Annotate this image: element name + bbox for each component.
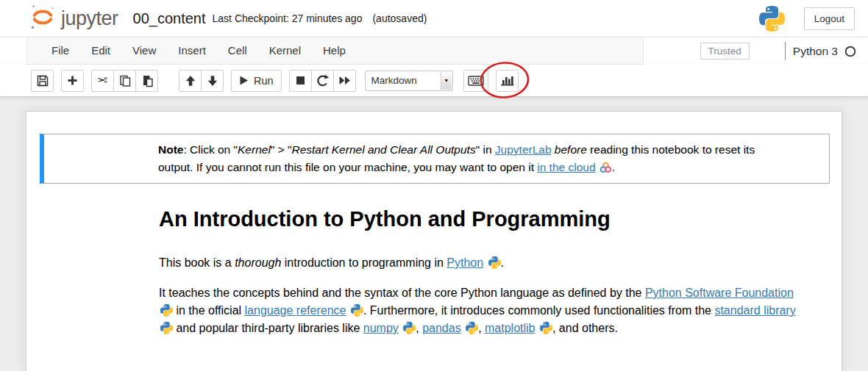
play-icon — [239, 75, 249, 86]
run-cell-button[interactable]: Run — [231, 70, 282, 92]
kernel-name: Python 3 — [793, 45, 838, 58]
python-icon — [488, 256, 501, 269]
insert-cell-below-button[interactable] — [61, 70, 84, 92]
notebook-toolbar: ✂ — [0, 65, 868, 97]
arrow-up-icon — [184, 74, 197, 87]
details-paragraph: It teaches the concepts behind and the s… — [159, 284, 825, 337]
inline-link[interactable]: matplotlib — [485, 322, 535, 334]
nbextension-chart-button[interactable] — [496, 70, 519, 92]
plus-icon — [66, 74, 79, 87]
jupyter-logo[interactable]: jupyter — [29, 3, 118, 34]
menu-edit[interactable]: Edit — [80, 37, 121, 64]
kernel-divider — [785, 42, 786, 60]
save-button[interactable] — [31, 70, 54, 92]
python-icon — [466, 322, 478, 334]
move-cell-down-button[interactable] — [201, 70, 224, 92]
checkpoint-status: Last Checkpoint: 27 minutes ago — [213, 12, 363, 24]
move-cell-up-button[interactable] — [179, 70, 202, 92]
inline-link[interactable]: standard library — [714, 304, 795, 317]
notebook-status-area: Trusted Python 3 — [700, 37, 856, 65]
inline-link[interactable]: Python Software Foundation — [645, 287, 794, 299]
bar-chart-icon — [500, 74, 514, 87]
arrow-down-icon — [206, 74, 219, 87]
header-right: Logout — [759, 6, 868, 32]
scissors-icon: ✂ — [97, 74, 107, 87]
page-title: An Introduction to Python and Programmin… — [159, 207, 825, 231]
menu-view[interactable]: View — [121, 37, 167, 64]
cut-cell-button[interactable]: ✂ — [91, 70, 114, 92]
jupyter-notebook-app: jupyter 00_content Last Checkpoint: 27 m… — [0, 0, 868, 371]
kernel-idle-indicator-icon — [844, 46, 856, 57]
command-palette-button[interactable] — [463, 70, 488, 92]
paste-cell-button[interactable] — [135, 70, 158, 92]
menu-help[interactable]: Help — [312, 37, 357, 64]
paste-icon — [140, 74, 154, 87]
stop-icon — [294, 74, 307, 87]
fast-forward-icon — [338, 75, 351, 86]
python-icon — [403, 322, 416, 334]
inline-link[interactable]: pandas — [422, 322, 461, 334]
inline-link[interactable]: JupyterLab — [495, 143, 552, 156]
notebook-container: Note: Click on "Kernel" > "Restart Kerne… — [26, 111, 842, 371]
cell-type-dropdown[interactable]: Markdown ▼ — [365, 71, 453, 91]
dropdown-arrow-icon: ▼ — [441, 72, 452, 90]
trusted-badge: Trusted — [700, 43, 750, 60]
interrupt-kernel-button[interactable] — [289, 70, 312, 92]
logout-button[interactable]: Logout — [804, 7, 855, 30]
markdown-cell-note-selected[interactable]: Note: Click on "Kernel" > "Restart Kerne… — [40, 134, 830, 184]
keyboard-icon — [468, 75, 484, 87]
menu-insert[interactable]: Insert — [167, 37, 217, 64]
autosave-status: (autosaved) — [372, 12, 427, 24]
restart-run-all-button[interactable] — [333, 70, 356, 92]
intro-paragraph: This book is a thorough introduction to … — [159, 254, 825, 272]
inline-link[interactable]: in the cloud — [537, 161, 595, 173]
python-icon — [160, 322, 173, 334]
binder-icon — [600, 162, 612, 174]
run-label: Run — [254, 75, 274, 87]
markdown-cell-content[interactable]: An Introduction to Python and Programmin… — [40, 207, 830, 337]
menubar: File Edit View Insert Cell Kernel Help T… — [0, 37, 868, 65]
copy-cell-button[interactable] — [113, 70, 136, 92]
menu-kernel[interactable]: Kernel — [258, 37, 312, 64]
python-icon — [540, 322, 552, 334]
inline-link[interactable]: numpy — [363, 322, 399, 334]
copy-icon — [118, 74, 132, 87]
python-logo-icon — [759, 6, 785, 32]
cell-type-value: Markdown — [371, 75, 417, 86]
notebook-header: jupyter 00_content Last Checkpoint: 27 m… — [0, 0, 868, 37]
notebook-page-background: Note: Click on "Kernel" > "Restart Kerne… — [0, 97, 868, 371]
inline-link[interactable]: Python — [447, 256, 483, 269]
save-icon — [36, 74, 49, 87]
jupyter-logo-icon — [29, 3, 56, 34]
menu-strip: File Edit View Insert Cell Kernel Help — [26, 37, 644, 65]
notebook-title[interactable]: 00_content — [133, 10, 206, 27]
inline-link[interactable]: language reference — [245, 304, 346, 317]
python-icon — [351, 304, 363, 317]
refresh-icon — [316, 74, 330, 87]
restart-kernel-button[interactable] — [311, 70, 334, 92]
python-icon — [160, 304, 173, 317]
menu-cell[interactable]: Cell — [217, 37, 258, 64]
menu-file[interactable]: File — [40, 37, 80, 64]
jupyter-wordmark: jupyter — [61, 7, 118, 30]
